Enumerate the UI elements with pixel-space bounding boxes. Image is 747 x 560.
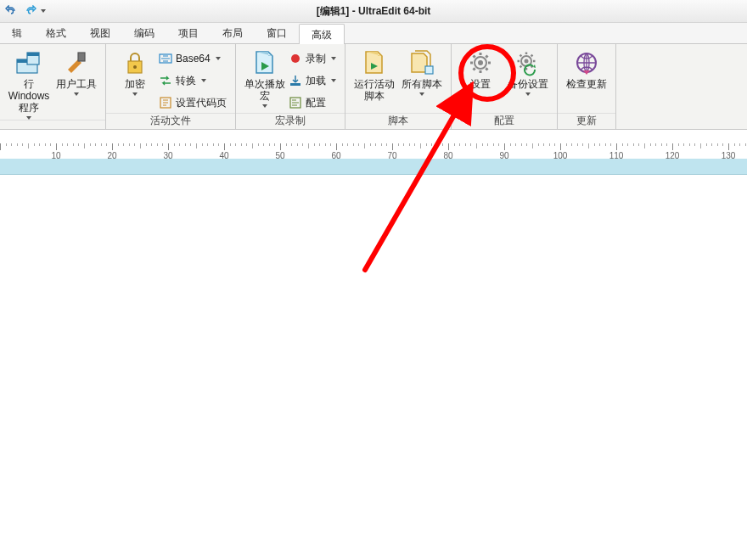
- group-label: 宏录制: [236, 113, 345, 129]
- chevron-down-icon: [331, 57, 336, 60]
- menu-tab-6[interactable]: 窗口: [255, 23, 299, 43]
- ribbon: 行 Windows程序用户工具加密Base64转换设置代码页活动文件单次播放宏录…: [0, 44, 747, 130]
- run-active-script-label: 运行活动脚本: [351, 78, 398, 102]
- play-script-icon: [251, 49, 278, 76]
- chevron-down-icon: [216, 57, 221, 60]
- menu-bar: 辑格式视图编码项目布局窗口高级: [0, 23, 747, 44]
- undo-icon[interactable]: [5, 5, 19, 17]
- ribbon-group-1: 加密Base64转换设置代码页活动文件: [106, 44, 236, 129]
- gear-refresh-icon: [514, 49, 542, 76]
- menu-tab-5[interactable]: 布局: [211, 23, 255, 43]
- script-run-icon: [361, 49, 388, 76]
- group-label: 脚本: [345, 113, 451, 129]
- all-scripts-button[interactable]: 所有脚本: [398, 48, 446, 96]
- menu-tab-0[interactable]: 辑: [0, 23, 34, 43]
- convert-label: 转换: [176, 74, 196, 88]
- all-scripts-label: 所有脚本: [402, 78, 442, 90]
- editor-highlight-bar: [0, 159, 747, 175]
- load-button[interactable]: 加载: [289, 71, 340, 90]
- menu-tab-2[interactable]: 视图: [78, 23, 122, 43]
- set-codepage-button[interactable]: 设置代码页: [159, 93, 230, 112]
- quick-access-toolbar: [0, 5, 46, 17]
- svg-point-16: [525, 59, 529, 64]
- redo-icon[interactable]: [23, 5, 37, 17]
- run-windows-button[interactable]: 行 Windows程序: [5, 48, 53, 120]
- macro-cfg-button[interactable]: 配置: [289, 93, 340, 112]
- ribbon-group-4: 设置备份设置配置: [452, 44, 558, 129]
- editor-area[interactable]: [0, 159, 747, 560]
- chevron-down-icon: [201, 79, 206, 82]
- ribbon-group-3: 运行活动脚本所有脚本脚本: [345, 44, 452, 129]
- window-run-icon: [15, 49, 42, 76]
- play-macro-button[interactable]: 单次播放宏: [241, 48, 289, 108]
- ribbon-group-0: 行 Windows程序用户工具: [0, 44, 106, 129]
- backup-settings-button[interactable]: 备份设置: [504, 48, 552, 96]
- play-macro-label: 单次播放宏: [241, 78, 289, 102]
- load-icon: [289, 74, 302, 87]
- set-codepage-label: 设置代码页: [176, 96, 227, 110]
- chevron-down-icon: [262, 104, 267, 108]
- chevron-down-icon: [331, 79, 336, 82]
- group-label: 配置: [452, 113, 557, 129]
- backup-settings-label: 备份设置: [508, 78, 548, 90]
- run-active-script-button[interactable]: 运行活动脚本: [351, 48, 398, 102]
- settings-button[interactable]: 设置: [457, 48, 504, 90]
- chevron-down-icon: [132, 92, 138, 96]
- gear-icon: [467, 49, 494, 76]
- svg-rect-10: [290, 83, 300, 86]
- user-tools-label: 用户工具: [56, 78, 97, 90]
- ruler: 102030405060708090100110120130: [0, 130, 747, 161]
- ribbon-group-2: 单次播放宏录制加载配置宏录制: [236, 44, 345, 129]
- menu-tab-1[interactable]: 格式: [34, 23, 78, 43]
- script-all-icon: [408, 49, 435, 76]
- menu-tab-7[interactable]: 高级: [299, 24, 345, 44]
- load-label: 加载: [306, 74, 326, 88]
- group-label: 更新: [558, 113, 615, 129]
- rec-icon: [289, 52, 302, 65]
- run-windows-label: 行 Windows程序: [5, 78, 53, 114]
- lock-icon: [121, 49, 149, 76]
- svg-point-9: [291, 54, 300, 63]
- user-tools-button[interactable]: 用户工具: [53, 48, 100, 96]
- record-label: 录制: [306, 52, 326, 66]
- svg-point-14: [478, 60, 483, 65]
- group-label: 活动文件: [106, 113, 235, 129]
- cfg-icon: [289, 96, 302, 109]
- svg-point-6: [133, 65, 137, 69]
- record-button[interactable]: 录制: [289, 49, 340, 68]
- svg-rect-12: [425, 66, 433, 74]
- svg-rect-4: [78, 53, 85, 61]
- settings-label: 设置: [470, 78, 491, 90]
- encrypt-button[interactable]: 加密: [111, 48, 159, 96]
- menu-tab-4[interactable]: 项目: [166, 23, 211, 43]
- window-title: [编辑1] - UltraEdit 64-bit: [317, 4, 431, 19]
- base64-button[interactable]: Base64: [159, 49, 230, 68]
- title-bar: [编辑1] - UltraEdit 64-bit: [0, 0, 747, 23]
- menu-tab-3[interactable]: 编码: [122, 23, 166, 43]
- qat-dropdown-icon[interactable]: [41, 9, 46, 13]
- chevron-down-icon: [525, 92, 531, 96]
- base64-label: Base64: [176, 53, 211, 64]
- chevron-down-icon: [419, 92, 424, 96]
- group-label: [0, 120, 105, 129]
- globe-icon: [573, 49, 600, 76]
- macro-cfg-label: 配置: [306, 96, 326, 110]
- convert-icon: [159, 74, 172, 87]
- b64-icon: [159, 52, 172, 65]
- check-update-button[interactable]: 检查更新: [563, 48, 610, 90]
- chevron-down-icon: [74, 92, 79, 96]
- encrypt-label: 加密: [125, 78, 145, 90]
- hammer-icon: [63, 49, 90, 76]
- codepage-icon: [159, 96, 172, 109]
- check-update-label: 检查更新: [566, 78, 607, 90]
- svg-rect-3: [27, 53, 39, 56]
- ribbon-group-5: 检查更新更新: [558, 44, 616, 129]
- convert-button[interactable]: 转换: [159, 71, 230, 90]
